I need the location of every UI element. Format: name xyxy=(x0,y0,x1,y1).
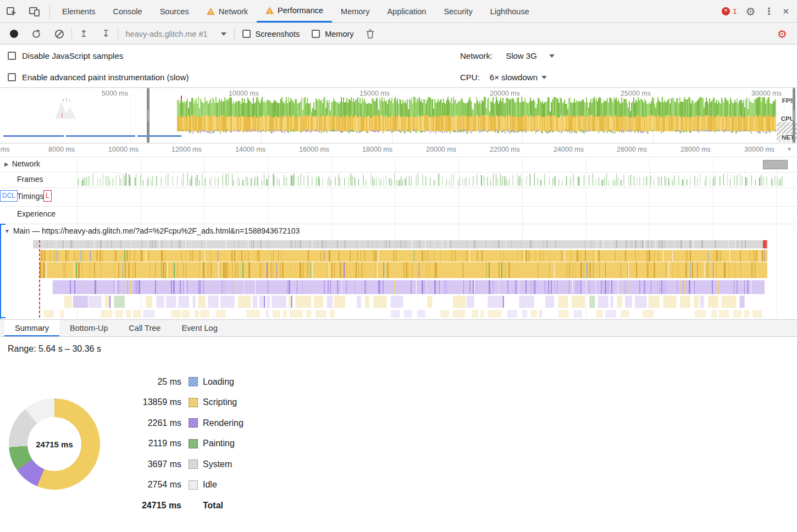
tab-memory[interactable]: Memory xyxy=(332,0,378,23)
separator xyxy=(71,28,72,40)
ruler-tick: 20000 ms xyxy=(412,146,456,153)
screenshots-checkbox[interactable] xyxy=(242,30,251,38)
warning-icon xyxy=(207,8,215,15)
tab-label: Console xyxy=(113,7,142,16)
memory-checkbox[interactable] xyxy=(312,30,320,38)
overview-tick: 10000 ms xyxy=(215,90,259,97)
chevron-down-icon xyxy=(549,54,555,58)
screenshots-label: Screenshots xyxy=(256,30,300,38)
tab-label: Application xyxy=(387,7,426,16)
donut-total-label: 24715 ms xyxy=(27,417,81,471)
screenshots-toggle: Screenshots xyxy=(242,30,300,38)
track-frames[interactable]: Frames xyxy=(17,175,43,184)
ruler-tick: 18000 ms xyxy=(348,146,392,153)
memory-toggle: Memory xyxy=(312,30,353,38)
tab-bottom-up[interactable]: Bottom-Up xyxy=(59,320,118,336)
legend-label: Scripting xyxy=(203,397,237,407)
device-phone-icon xyxy=(29,5,41,18)
close-devtools-icon[interactable] xyxy=(782,7,789,16)
reload-icon xyxy=(31,29,41,39)
summary-legend: 25 ms Loading 13859 ms Scripting 2261 ms… xyxy=(114,372,243,516)
warning-icon xyxy=(265,7,274,14)
error-icon xyxy=(722,7,730,15)
disclosure-triangle-icon[interactable] xyxy=(4,161,9,167)
tab-application[interactable]: Application xyxy=(378,0,435,23)
flame-chart-canvas[interactable] xyxy=(0,157,797,319)
tab-label: Memory xyxy=(341,7,369,16)
overview-tick: 25000 ms xyxy=(607,90,651,97)
track-label: Network xyxy=(12,159,40,168)
tab-console[interactable]: Console xyxy=(104,0,151,23)
reload-and-record-button[interactable] xyxy=(31,29,41,39)
overview-tick: 5000 ms xyxy=(84,90,128,97)
network-label: Network: xyxy=(460,51,492,60)
more-options-icon[interactable] xyxy=(764,5,773,17)
legend-value: 2261 ms xyxy=(114,418,181,428)
profile-history-value: heavy-ads.glitch.me #1 xyxy=(126,30,208,38)
track-network[interactable]: Network xyxy=(4,159,40,168)
scrollbar-down-arrow[interactable]: ▾ xyxy=(788,145,791,153)
total-label: Total xyxy=(203,501,223,511)
dcl-marker-badge[interactable]: DCL xyxy=(0,190,18,202)
timeline-overview[interactable]: 5000 ms 10000 ms 15000 ms 20000 ms 25000… xyxy=(0,88,797,143)
tab-label: Performance xyxy=(278,6,323,15)
garbage-collect-icon[interactable] xyxy=(366,29,374,38)
track-experience[interactable]: Experience xyxy=(17,209,56,218)
legend-label: Painting xyxy=(203,439,235,448)
timeline-ruler: ms 8000 ms 10000 ms 12000 ms 14000 ms 16… xyxy=(0,143,797,157)
ruler-tick: 28000 ms xyxy=(667,146,711,153)
capture-settings-gear-icon[interactable] xyxy=(777,27,787,41)
track-timings[interactable]: Timings xyxy=(17,192,44,201)
inspect-element-icon[interactable] xyxy=(0,0,23,23)
error-count-badge[interactable]: 1 xyxy=(722,7,737,15)
chevron-down-icon xyxy=(541,76,547,79)
tab-performance[interactable]: Performance xyxy=(257,0,332,23)
tab-lighthouse[interactable]: Lighthouse xyxy=(481,0,538,23)
disable-js-samples-checkbox[interactable] xyxy=(8,52,16,60)
main-thread-url-label: Main — https://heavy-ads.glitch.me/?ad=%… xyxy=(13,226,300,235)
network-throttling-select[interactable]: Network: Slow 3G xyxy=(460,51,555,60)
clear-recordings-icon[interactable] xyxy=(55,30,64,38)
tab-security[interactable]: Security xyxy=(435,0,481,23)
tab-elements[interactable]: Elements xyxy=(53,0,104,23)
legend-value: 13859 ms xyxy=(114,397,181,407)
load-profile-button[interactable]: ↥ xyxy=(80,29,87,38)
selection-right-handle[interactable] xyxy=(793,88,795,143)
chevron-down-icon xyxy=(221,32,226,36)
details-tab-bar: Summary Bottom-Up Call Tree Event Log xyxy=(0,319,797,337)
settings-gear-icon[interactable] xyxy=(745,5,755,18)
save-profile-button[interactable]: ↧ xyxy=(102,29,109,38)
legend-label: Rendering xyxy=(203,418,243,428)
profile-history-select[interactable]: heavy-ads.glitch.me #1 xyxy=(126,30,226,38)
tab-network[interactable]: Network xyxy=(198,0,257,23)
ruler-tick: 16000 ms xyxy=(285,146,329,153)
ruler-tick: 22000 ms xyxy=(476,146,520,153)
record-button[interactable] xyxy=(10,30,18,38)
device-toolbar-icon[interactable] xyxy=(23,0,46,23)
separator xyxy=(118,28,118,40)
legend-row-scripting: 13859 ms Scripting xyxy=(114,392,243,413)
tab-label: Security xyxy=(444,7,472,16)
legend-row-painting: 2119 ms Painting xyxy=(114,434,243,455)
tab-summary[interactable]: Summary xyxy=(4,320,59,336)
tab-sources[interactable]: Sources xyxy=(151,0,198,23)
legend-label: Loading xyxy=(203,377,234,387)
load-event-marker-badge[interactable]: L xyxy=(43,190,52,202)
selection-left-handle[interactable] xyxy=(147,88,150,143)
separator xyxy=(49,5,50,18)
overview-tick: 30000 ms xyxy=(738,90,782,97)
tab-label: Elements xyxy=(62,7,95,16)
total-value: 24715 ms xyxy=(114,501,181,511)
track-main[interactable]: Main — https://heavy-ads.glitch.me/?ad=%… xyxy=(4,226,300,235)
tab-call-tree[interactable]: Call Tree xyxy=(118,320,171,336)
paint-instrumentation-checkbox[interactable] xyxy=(8,73,16,81)
inspect-cursor-icon xyxy=(5,5,18,18)
summary-pane: Range: 5.64 s – 30.36 s 24715 ms 25 ms L… xyxy=(0,337,797,532)
legend-value: 2754 ms xyxy=(114,480,181,490)
tab-event-log[interactable]: Event Log xyxy=(171,320,228,336)
performance-toolbar: ↥ ↧ heavy-ads.glitch.me #1 Screenshots M… xyxy=(0,24,797,45)
cpu-throttling-select[interactable]: CPU: 6× slowdown xyxy=(460,73,547,82)
disclosure-triangle-icon[interactable] xyxy=(4,228,10,234)
legend-row-rendering: 2261 ms Rendering xyxy=(114,413,243,434)
legend-row-loading: 25 ms Loading xyxy=(114,372,243,392)
